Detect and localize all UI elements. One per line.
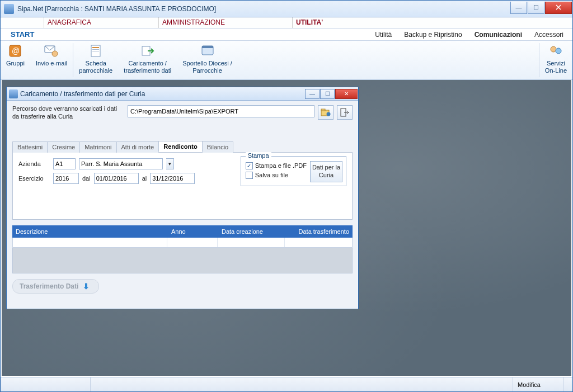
path-label: Percorso dove verranno scaricati i dati … xyxy=(12,105,124,121)
ribbon-scheda[interactable]: Scheda parrocchiale xyxy=(73,41,118,79)
rendiconto-panel: Azienda ▾ Esercizio dal al Stampa xyxy=(12,153,353,220)
status-grip xyxy=(563,377,572,391)
child-titlebar: Caricamento / trasferimento dati per Cur… xyxy=(7,87,358,101)
svg-rect-6 xyxy=(92,49,99,50)
child-app-icon xyxy=(9,89,18,98)
stampa-pdf-label: Stampa e file .PDF xyxy=(255,162,307,169)
menu-amministrazione[interactable]: AMMINISTRAZIONE xyxy=(158,17,292,28)
ribbon-invio-email-label: Invio e-mail xyxy=(36,60,67,67)
ribbon-gruppi-label: Gruppi xyxy=(6,60,25,67)
tab-bilancio[interactable]: Bilancio xyxy=(202,141,234,153)
col-descrizione: Descrizione xyxy=(12,228,168,235)
stampa-groupbox: Stampa ✓ Stampa e file .PDF Salva su fil… xyxy=(241,156,346,186)
tab-rendiconto[interactable]: Rendiconto xyxy=(158,141,203,152)
status-modifica: Modifica xyxy=(513,377,563,391)
window-title: Sipa.Net [Parrocchia : SANTI MARIA ASSUN… xyxy=(17,5,510,13)
stampa-legend: Stampa xyxy=(246,152,271,159)
ribbon-servizi-l1: Servizi xyxy=(547,60,565,67)
ribbon-caricamento-l1: Caricamento / xyxy=(128,60,166,67)
start-label[interactable]: START xyxy=(1,30,44,39)
azienda-name-input[interactable] xyxy=(79,158,163,169)
sub-menu: START Utilità Backup e Ripristino Comuni… xyxy=(1,29,572,41)
svg-point-15 xyxy=(327,112,331,116)
tabs: Battesimi Cresime Matrimoni Atti di mort… xyxy=(12,141,353,153)
result-grid-empty-area xyxy=(12,248,353,273)
people-icon xyxy=(547,43,565,59)
child-window: Caricamento / trasferimento dati per Cur… xyxy=(6,87,359,309)
svg-point-12 xyxy=(556,48,561,54)
document-icon xyxy=(87,43,105,59)
child-close-button[interactable]: ✕ xyxy=(335,89,358,99)
svg-rect-7 xyxy=(92,51,99,51)
result-grid-header: Descrizione Anno Data creazione Data tra… xyxy=(12,225,353,238)
col-data-trasferimento: Data trasferimento xyxy=(285,228,353,235)
status-bar: Modifica xyxy=(1,377,572,391)
svg-text:@: @ xyxy=(11,46,19,55)
ribbon-gruppi[interactable]: @ Gruppi xyxy=(1,41,30,79)
dati-per-curia-button[interactable]: Dati per la Curia xyxy=(310,161,342,182)
svg-point-11 xyxy=(551,46,556,52)
down-arrow-icon: ⬇ xyxy=(83,282,90,291)
ribbon-sportello[interactable]: Sportello Diocesi / Parrocchie xyxy=(177,41,238,79)
salva-file-label: Salva su file xyxy=(255,172,288,178)
svg-rect-14 xyxy=(321,109,325,111)
close-button[interactable] xyxy=(545,2,572,14)
svg-point-3 xyxy=(52,51,58,56)
ribbon-scheda-l2: parrocchiale xyxy=(79,67,112,74)
svg-rect-10 xyxy=(202,46,213,48)
browse-folder-button[interactable] xyxy=(318,105,334,120)
ribbon: @ Gruppi Invio e-mail Scheda parrocchial… xyxy=(1,41,572,80)
ribbon-caricamento-l2: trasferimento dati xyxy=(124,67,171,74)
address-book-icon: @ xyxy=(7,43,25,59)
dal-date-input[interactable] xyxy=(94,173,139,184)
tab-atti-di-morte[interactable]: Atti di morte xyxy=(116,141,159,153)
child-minimize-button[interactable]: — xyxy=(305,89,320,99)
ribbon-servizi-l2: On-Line xyxy=(545,67,567,74)
result-grid-row[interactable] xyxy=(12,238,353,248)
window-buttons: — ☐ xyxy=(510,2,572,14)
ribbon-invio-email[interactable]: Invio e-mail xyxy=(30,41,73,79)
al-label: al xyxy=(142,175,147,182)
ribbon-scheda-l1: Scheda xyxy=(86,60,106,67)
child-body: Percorso dove verranno scaricati i dati … xyxy=(7,101,358,309)
al-date-input[interactable] xyxy=(150,173,195,184)
transfer-icon xyxy=(139,43,157,59)
ribbon-servizi-online[interactable]: Servizi On-Line xyxy=(539,41,572,79)
azienda-code-input[interactable] xyxy=(53,158,76,169)
export-path-input[interactable] xyxy=(128,105,314,117)
tab-battesimi[interactable]: Battesimi xyxy=(12,141,48,153)
trasferimento-dati-button[interactable]: Trasferimento Dati ⬇ xyxy=(12,279,99,294)
azienda-dropdown-button[interactable]: ▾ xyxy=(166,158,174,169)
minimize-button[interactable]: — xyxy=(510,2,527,14)
app-icon xyxy=(4,4,14,14)
ribbon-caricamento[interactable]: Caricamento / trasferimento dati xyxy=(118,41,177,79)
child-title: Caricamento / trasferimento dati per Cur… xyxy=(20,90,305,98)
dal-label: dal xyxy=(82,175,91,182)
ribbon-sportello-l2: Parrocchie xyxy=(192,67,222,74)
svg-rect-5 xyxy=(92,47,99,48)
submenu-accessori[interactable]: Accessori xyxy=(531,30,567,40)
mail-person-icon xyxy=(43,43,60,59)
exit-button[interactable] xyxy=(337,105,353,120)
esercizio-input[interactable] xyxy=(53,173,79,184)
salva-file-checkbox[interactable] xyxy=(246,172,253,179)
submenu-comunicazioni[interactable]: Comunicazioni xyxy=(471,30,525,40)
app-window: Sipa.Net [Parrocchia : SANTI MARIA ASSUN… xyxy=(0,0,573,392)
window-icon xyxy=(199,43,217,59)
col-anno: Anno xyxy=(168,228,218,235)
stampa-pdf-checkbox[interactable]: ✓ xyxy=(246,162,253,169)
menu-utilita[interactable]: UTILITA' xyxy=(292,17,327,28)
tab-matrimoni[interactable]: Matrimoni xyxy=(79,141,116,153)
status-left-cell xyxy=(1,377,90,391)
submenu-backup[interactable]: Backup e Ripristino xyxy=(401,30,465,40)
submenu-utilita[interactable]: Utilità xyxy=(372,30,395,40)
main-titlebar: Sipa.Net [Parrocchia : SANTI MARIA ASSUN… xyxy=(1,1,572,17)
esercizio-label: Esercizio xyxy=(18,175,50,182)
trasferimento-dati-label: Trasferimento Dati xyxy=(20,282,78,290)
ribbon-sportello-l1: Sportello Diocesi / xyxy=(182,60,232,67)
child-maximize-button[interactable]: ☐ xyxy=(320,89,335,99)
menu-anagrafica[interactable]: ANAGRAFICA xyxy=(44,17,158,28)
tab-cresime[interactable]: Cresime xyxy=(47,141,80,153)
main-menu: ANAGRAFICA AMMINISTRAZIONE UTILITA' xyxy=(1,17,572,29)
maximize-button[interactable]: ☐ xyxy=(528,2,544,14)
